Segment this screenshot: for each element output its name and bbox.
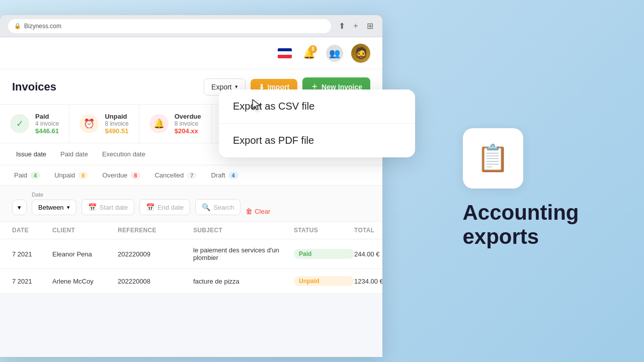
start-date-input[interactable]: 📅 Start date: [82, 199, 134, 215]
paid-amount: $446.61: [35, 127, 59, 135]
calendar-icon: 📅: [88, 203, 97, 211]
date-filter-group: Date Between ▾: [32, 192, 76, 215]
tab-unpaid-label: Unpaid: [54, 171, 75, 179]
tab-draft-count: 4: [228, 172, 238, 179]
right-panel: 📋 Accounting exports: [377, 15, 644, 362]
col-client: Client: [52, 227, 118, 234]
tab-unpaid[interactable]: Unpaid 8: [52, 165, 90, 185]
tab-cancelled-label: Cancelled: [154, 171, 184, 179]
row2-subject: facture de pizza: [193, 278, 294, 285]
row2-client: Arlene McCoy: [52, 278, 118, 285]
export-pdf-item[interactable]: Export as PDF file: [219, 124, 415, 157]
grid-icon[interactable]: ⊞: [365, 22, 374, 31]
search-placeholder: Search: [213, 204, 234, 211]
stat-unpaid: ⏰ Unpaid 8 invoice $490.51: [69, 105, 139, 143]
overdue-label: Overdue: [175, 113, 201, 120]
calendar-icon-2: 📅: [146, 203, 154, 211]
col-reference: Reference: [118, 227, 193, 234]
start-date-placeholder: Start date: [100, 204, 128, 211]
row1-subject: le paiement des services d'un plombier: [193, 246, 294, 261]
row1-status: Paid: [294, 249, 354, 259]
trash-icon: 🗑: [246, 207, 253, 215]
table-row[interactable]: 7 2021 Arlene McCoy 202220008 facture de…: [0, 269, 382, 294]
row1-date: 7 2021: [12, 250, 52, 258]
top-nav: 🔔 8 👥 🧔: [0, 37, 382, 69]
filter-row: ▾ Date Between ▾ 📅 Start date 📅 End date…: [0, 186, 382, 222]
export-csv-label: Export as CSV file: [233, 101, 314, 112]
illustration-card: 📋: [463, 128, 523, 189]
paid-count: 4 invoice: [35, 120, 59, 127]
unpaid-count: 8 invoice: [105, 120, 128, 127]
paid-icon: ✓: [10, 114, 29, 133]
overdue-icon: 🔔: [149, 114, 169, 133]
chevron-down-icon-2: ▾: [67, 204, 70, 211]
export-pdf-label: Export as PDF file: [233, 135, 314, 146]
tab-overdue-label: Overdue: [102, 171, 127, 179]
tab-paid[interactable]: Paid 4: [12, 165, 42, 185]
between-select[interactable]: Between ▾: [32, 200, 76, 215]
tab-cancelled[interactable]: Cancelled 7: [152, 165, 199, 185]
chevron-down-icon: ▾: [18, 204, 21, 211]
tab-draft[interactable]: Draft 4: [209, 165, 240, 185]
stat-paid: ✓ Paid 4 invoice $446.61: [0, 105, 69, 143]
right-title-line1: Accounting: [463, 201, 579, 225]
export-csv-item[interactable]: Export as CSV file: [219, 89, 415, 124]
share-icon[interactable]: ⬆: [337, 22, 346, 31]
tabs-row: Paid 4 Unpaid 8 Overdue 8 Cancelled 7 Dr…: [0, 165, 382, 186]
tab-cancelled-count: 7: [187, 172, 197, 179]
browser-actions: ⬆ ＋ ⊞: [337, 22, 374, 31]
notification-count: 8: [309, 45, 317, 53]
tab-unpaid-count: 8: [78, 172, 88, 179]
overdue-amount: $204.xx: [175, 127, 201, 135]
row1-reference: 202220009: [118, 250, 193, 258]
date-filter-issue[interactable]: Issue date: [12, 148, 50, 160]
clear-label: Clear: [255, 208, 270, 215]
date-filter-execution[interactable]: Execution date: [98, 148, 149, 160]
search-input[interactable]: 🔍 Search: [195, 199, 240, 215]
right-title-line2: exports: [463, 225, 579, 249]
col-subject: Subject: [193, 227, 294, 234]
browser-window: 🔒 Bizyness.com ⬆ ＋ ⊞ 🔔 8 👥 🧔 Invoices: [0, 15, 382, 357]
clear-button[interactable]: 🗑 Clear: [246, 207, 270, 215]
tab-paid-label: Paid: [14, 171, 27, 179]
table: Date Client Reference Subject Status Tot…: [0, 222, 382, 294]
end-date-input[interactable]: 📅 End date: [139, 199, 190, 215]
people-icon[interactable]: 👥: [326, 45, 343, 62]
url-bar[interactable]: 🔒 Bizyness.com: [8, 19, 331, 33]
url-text: Bizyness.com: [24, 23, 61, 30]
new-tab-icon[interactable]: ＋: [351, 22, 360, 31]
search-icon: 🔍: [202, 203, 210, 211]
table-row[interactable]: 7 2021 Eleanor Pena 202220009 le paiemen…: [0, 239, 382, 269]
flag-france: [278, 48, 292, 58]
export-dropdown: Export as CSV file Export as PDF file: [219, 89, 415, 157]
col-status: Status: [294, 227, 354, 234]
unpaid-amount: $490.51: [105, 127, 128, 135]
unpaid-label: Unpaid: [105, 113, 128, 120]
tab-draft-label: Draft: [211, 171, 225, 179]
notification-bell[interactable]: 🔔 8: [300, 44, 318, 62]
table-header: Date Client Reference Subject Status Tot…: [0, 222, 382, 239]
tab-overdue-count: 8: [130, 172, 140, 179]
date-filter-paid[interactable]: Paid date: [56, 148, 92, 160]
col-date: Date: [12, 227, 52, 234]
unpaid-icon: ⏰: [79, 114, 99, 133]
paid-label: Paid: [35, 113, 59, 120]
row2-reference: 202220008: [118, 278, 193, 285]
tab-overdue[interactable]: Overdue 8: [100, 165, 142, 185]
filter-type-select[interactable]: ▾: [12, 200, 27, 215]
date-filter-label: Date: [32, 192, 76, 198]
row2-date: 7 2021: [12, 278, 52, 285]
row2-status: Unpaid: [294, 276, 354, 286]
document-icon: 📋: [476, 143, 509, 173]
browser-bar: 🔒 Bizyness.com ⬆ ＋ ⊞: [0, 15, 382, 37]
stat-overdue: 🔔 Overdue 8 invoice $204.xx: [139, 105, 212, 143]
tab-paid-count: 4: [30, 172, 40, 179]
avatar[interactable]: 🧔: [351, 44, 370, 63]
row1-client: Eleanor Pena: [52, 250, 118, 258]
page-title: Invoices: [12, 80, 56, 94]
overdue-count: 8 invoice: [175, 120, 201, 127]
lock-icon: 🔒: [14, 23, 21, 29]
between-label: Between: [38, 204, 64, 211]
end-date-placeholder: End date: [157, 204, 184, 211]
